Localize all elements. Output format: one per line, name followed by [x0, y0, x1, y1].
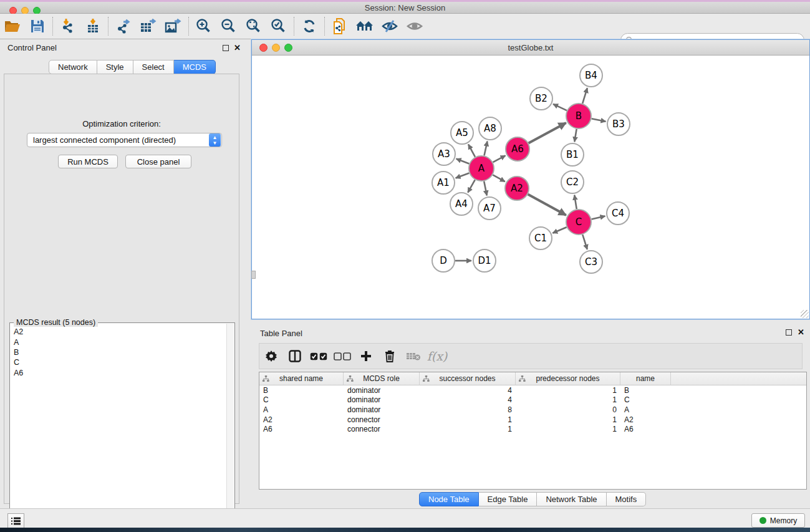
result-item[interactable]: A6: [11, 368, 226, 378]
node-B2[interactable]: B2: [530, 87, 552, 110]
cell-shared-name[interactable]: A2: [259, 415, 344, 424]
cell-name[interactable]: A2: [620, 415, 671, 424]
export-network-icon[interactable]: [111, 16, 136, 37]
delete-column-trash-icon[interactable]: [378, 346, 402, 367]
run-mcds-button[interactable]: Run MCDS: [58, 155, 118, 168]
float-table-panel-icon[interactable]: [786, 329, 792, 337]
deselect-all-checkboxes-icon[interactable]: [330, 346, 354, 367]
edge-A-A4[interactable]: [468, 180, 475, 192]
cell-predecessor-nodes[interactable]: 1: [516, 415, 620, 424]
network-graph[interactable]: B4B2BB3A5A8A6A3B1AC2A1A2A4A7C4CC1C3DD1: [252, 56, 809, 319]
home-first-neighbors-icon[interactable]: [352, 16, 377, 37]
cell-name[interactable]: A6: [620, 425, 671, 433]
column-header-name[interactable]: name: [620, 372, 671, 385]
edge-A-A8[interactable]: [484, 142, 487, 156]
table-row[interactable]: Bdominator41B: [259, 385, 806, 395]
node-A6[interactable]: A6: [506, 137, 529, 161]
node-B3[interactable]: B3: [607, 113, 630, 135]
node-C1[interactable]: C1: [529, 227, 552, 249]
node-A1[interactable]: A1: [432, 172, 455, 194]
network-window-titlebar[interactable]: testGlobe.txt: [252, 40, 809, 56]
window-titlebar[interactable]: Session: New Session: [0, 2, 810, 14]
tab-network[interactable]: Network: [49, 60, 97, 74]
cell-successor-nodes[interactable]: 1: [420, 415, 516, 424]
edge-A6-B[interactable]: [529, 123, 566, 143]
node-A5[interactable]: A5: [451, 122, 473, 144]
table-row[interactable]: Cdominator41C: [259, 395, 806, 405]
export-table-icon[interactable]: [136, 16, 161, 37]
table-row[interactable]: Adominator80A: [259, 405, 806, 415]
column-header-predecessor-nodes[interactable]: predecessor nodes: [516, 372, 620, 385]
edge-A-A7[interactable]: [484, 181, 487, 196]
edge-A-A3[interactable]: [456, 159, 470, 164]
open-file-icon[interactable]: [0, 16, 25, 37]
cell-successor-nodes[interactable]: 4: [420, 395, 516, 404]
node-C2[interactable]: C2: [561, 171, 584, 193]
edge-C-C1[interactable]: [552, 227, 566, 233]
node-A[interactable]: A: [469, 156, 494, 181]
table-row[interactable]: A2connector11A2: [259, 415, 806, 425]
show-all-eye-icon[interactable]: [402, 16, 427, 37]
cell-name[interactable]: B: [620, 386, 671, 395]
cell-name[interactable]: A: [620, 405, 671, 414]
hide-selected-eye-icon[interactable]: [377, 16, 402, 37]
edge-C-C3[interactable]: [582, 235, 587, 249]
add-column-icon[interactable]: [354, 346, 378, 367]
tab-style[interactable]: Style: [97, 60, 133, 74]
edge-C-C2[interactable]: [574, 195, 577, 210]
cell-name[interactable]: C: [620, 395, 671, 404]
delete-table-icon[interactable]: [402, 346, 425, 367]
node-B4[interactable]: B4: [580, 64, 602, 87]
cell-MCDS-role[interactable]: connector: [344, 415, 420, 424]
result-item[interactable]: A: [11, 337, 226, 347]
result-item[interactable]: B: [11, 347, 226, 357]
column-header-shared-name[interactable]: shared name: [259, 372, 344, 385]
node-B[interactable]: B: [566, 104, 591, 128]
function-builder-icon[interactable]: f(x): [425, 346, 449, 367]
node-D[interactable]: D: [432, 249, 455, 272]
cell-successor-nodes[interactable]: 1: [420, 425, 516, 433]
tab-network-table[interactable]: Network Table: [537, 492, 606, 506]
settings-gear-icon[interactable]: [259, 346, 283, 367]
refresh-icon[interactable]: [297, 16, 322, 37]
edge-B-B4[interactable]: [582, 88, 587, 104]
edge-B-B1[interactable]: [574, 129, 576, 142]
edge-A-A6[interactable]: [493, 155, 506, 162]
network-canvas[interactable]: B4B2BB3A5A8A6A3B1AC2A1A2A4A7C4CC1C3DD1: [252, 56, 809, 319]
edge-C-C4[interactable]: [591, 216, 605, 220]
tab-mcds[interactable]: MCDS: [174, 60, 216, 74]
node-B1[interactable]: B1: [561, 143, 584, 166]
edge-B-B3[interactable]: [592, 118, 606, 122]
edge-A-A2[interactable]: [493, 175, 505, 181]
select-all-checkboxes-icon[interactable]: [307, 346, 330, 367]
cell-predecessor-nodes[interactable]: 0: [516, 405, 620, 414]
optimization-criterion-select[interactable]: largest connected component (directed) ▲…: [27, 133, 222, 147]
column-header-MCDS-role[interactable]: MCDS role: [344, 372, 420, 385]
column-header-successor-nodes[interactable]: successor nodes: [420, 372, 516, 385]
cell-predecessor-nodes[interactable]: 1: [516, 425, 620, 433]
float-panel-icon[interactable]: [223, 44, 229, 53]
close-panel-button[interactable]: Close panel: [125, 155, 191, 168]
node-C4[interactable]: C4: [607, 202, 629, 225]
network-close-button[interactable]: [259, 44, 268, 52]
window-resize-grip[interactable]: [801, 310, 809, 318]
cell-MCDS-role[interactable]: dominator: [344, 386, 420, 395]
close-panel-icon[interactable]: ✕: [234, 43, 241, 52]
node-C[interactable]: C: [566, 210, 591, 235]
result-item[interactable]: A2: [11, 327, 226, 337]
node-A4[interactable]: A4: [450, 193, 473, 215]
node-A8[interactable]: A8: [479, 117, 501, 140]
save-session-icon[interactable]: [25, 16, 50, 37]
tab-select[interactable]: Select: [133, 60, 174, 74]
panel-splitter-handle[interactable]: [251, 271, 256, 279]
zoom-in-icon[interactable]: [191, 16, 216, 37]
edge-A-A5[interactable]: [468, 144, 475, 157]
cell-successor-nodes[interactable]: 8: [420, 405, 516, 414]
mcds-result-list[interactable]: A2ABCA6: [11, 327, 226, 531]
import-table-icon[interactable]: [80, 16, 105, 37]
network-view-window[interactable]: testGlobe.txt B4B2BB3A5A8A6A3B1AC2A1A2A4…: [251, 39, 810, 319]
network-from-selection-icon[interactable]: [327, 16, 352, 37]
tab-node-table[interactable]: Node Table: [419, 492, 479, 506]
cell-predecessor-nodes[interactable]: 1: [516, 386, 620, 395]
zoom-selected-icon[interactable]: [266, 16, 291, 37]
